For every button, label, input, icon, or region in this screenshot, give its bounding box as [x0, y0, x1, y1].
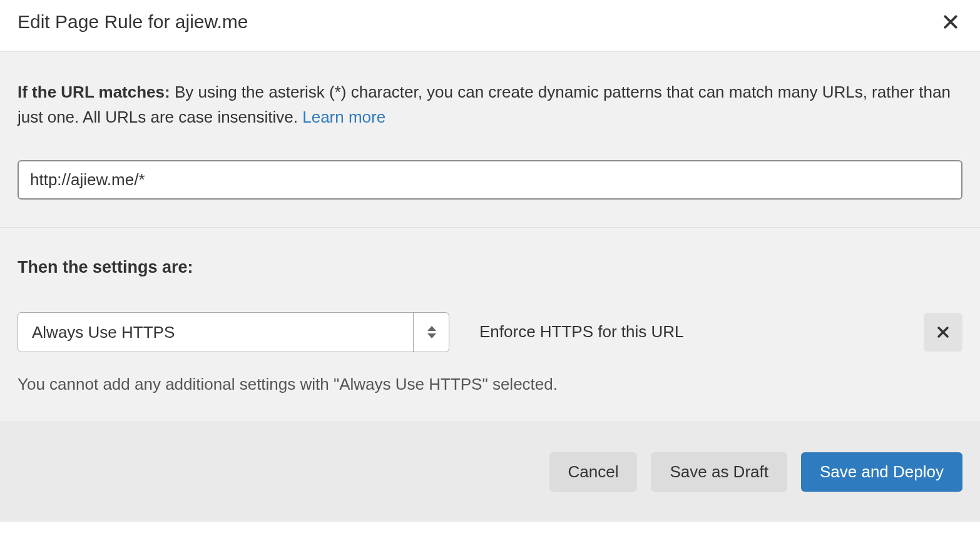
settings-note: You cannot add any additional settings w…: [18, 375, 962, 394]
remove-icon: [936, 325, 951, 340]
url-match-section: If the URL matches: By using the asteris…: [0, 51, 980, 228]
url-match-description: If the URL matches: By using the asteris…: [18, 79, 962, 130]
modal-title: Edit Page Rule for ajiew.me: [18, 11, 248, 33]
modal-header: Edit Page Rule for ajiew.me: [0, 0, 980, 51]
settings-section: Then the settings are: Always Use HTTPS …: [0, 228, 980, 422]
save-deploy-button[interactable]: Save and Deploy: [801, 452, 962, 492]
setting-description: Enforce HTTPS for this URL: [479, 322, 894, 342]
url-pattern-input[interactable]: [18, 160, 962, 200]
setting-select[interactable]: Always Use HTTPS: [18, 312, 449, 352]
cancel-button[interactable]: Cancel: [549, 452, 638, 492]
settings-row: Always Use HTTPS Enforce HTTPS for this …: [18, 312, 962, 352]
settings-heading: Then the settings are:: [18, 258, 962, 277]
url-match-label: If the URL matches:: [18, 83, 170, 101]
modal-footer: Cancel Save as Draft Save and Deploy: [0, 422, 980, 522]
learn-more-link[interactable]: Learn more: [302, 108, 385, 126]
close-button[interactable]: [939, 10, 962, 34]
close-icon: [941, 13, 960, 31]
save-draft-button[interactable]: Save as Draft: [651, 452, 787, 492]
remove-setting-button[interactable]: [924, 313, 962, 352]
setting-select-wrapper: Always Use HTTPS: [18, 312, 449, 352]
